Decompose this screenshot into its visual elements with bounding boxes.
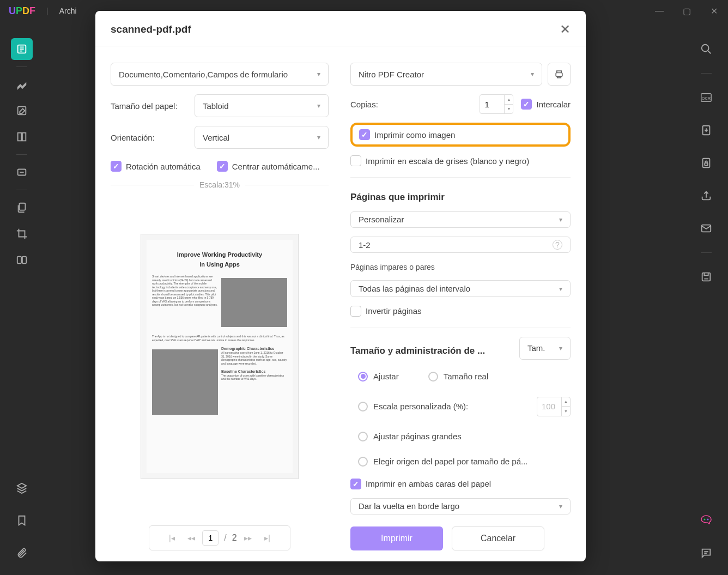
app-logo: UPDF — [9, 5, 35, 17]
invert-pages-checkbox[interactable]: Invertir páginas — [350, 306, 571, 317]
page-total: 2 — [232, 533, 237, 543]
fit-large-radio[interactable]: Ajustar páginas grandes — [350, 428, 571, 445]
minimize-button[interactable]: — — [654, 6, 665, 16]
scale-label: Escala:31% — [194, 180, 245, 189]
search-icon[interactable] — [695, 38, 717, 60]
copies-label: Copias: — [350, 100, 472, 109]
convert-icon[interactable] — [695, 119, 717, 141]
svg-point-17 — [707, 519, 709, 520]
next-page-button[interactable]: ▸▸ — [239, 529, 257, 547]
odd-even-select[interactable]: Todas las páginas del intervalo — [350, 280, 571, 296]
paper-size-label: Tamaño del papel: — [111, 101, 187, 111]
svg-rect-7 — [22, 257, 26, 264]
page-range-input[interactable]: 1-2? — [350, 237, 571, 253]
comment-icon[interactable] — [695, 542, 717, 564]
attachment-icon[interactable] — [11, 542, 33, 564]
help-icon[interactable]: ? — [553, 240, 562, 250]
svg-rect-5 — [19, 203, 25, 210]
svg-rect-13 — [705, 163, 708, 166]
pages-section-title: Páginas que imprimir — [350, 192, 571, 203]
svg-rect-6 — [17, 257, 21, 264]
svg-rect-2 — [18, 133, 21, 141]
choose-source-radio[interactable]: Elegir origen del papel por tamaño de pá… — [350, 453, 571, 470]
auto-rotate-checkbox[interactable]: Rotación automática — [111, 161, 201, 172]
printer-properties-button[interactable] — [548, 63, 571, 86]
menu-file[interactable]: Archi — [59, 7, 77, 15]
maximize-button[interactable]: ▢ — [681, 6, 692, 16]
printer-select[interactable]: Nitro PDF Creator — [350, 63, 542, 86]
orientation-label: Orientación: — [111, 133, 187, 142]
svg-rect-18 — [556, 73, 562, 77]
left-toolbar — [0, 27, 44, 575]
size-mode-select[interactable]: Tam. — [519, 337, 571, 360]
odd-even-label: Páginas impares o pares — [350, 263, 571, 271]
svg-text:OCR: OCR — [702, 96, 711, 101]
copies-up[interactable]: ▲ — [505, 95, 513, 105]
svg-point-8 — [702, 45, 709, 52]
first-page-button[interactable]: |◂ — [163, 529, 180, 547]
bookmark-icon[interactable] — [11, 510, 33, 531]
flip-select[interactable]: Dar la vuelta en borde largo — [350, 498, 571, 515]
reader-mode-icon[interactable] — [11, 38, 33, 60]
copies-down[interactable]: ▼ — [505, 105, 513, 114]
page-layout-icon[interactable] — [11, 126, 33, 148]
last-page-button[interactable]: ▸| — [259, 529, 276, 547]
email-icon[interactable] — [695, 217, 717, 239]
svg-rect-15 — [702, 273, 711, 281]
preview-pager: |◂ ◂◂ / 2 ▸▸ ▸| — [149, 525, 290, 550]
compare-icon[interactable] — [11, 249, 33, 271]
svg-rect-3 — [22, 133, 26, 141]
save-icon[interactable] — [695, 266, 717, 288]
dialog-title: scanned-pdf.pdf — [111, 23, 191, 35]
ai-assistant-icon[interactable] — [695, 510, 717, 531]
size-section-title: Tamaño y administración de ... — [350, 346, 513, 356]
svg-point-16 — [704, 519, 706, 520]
orientation-select[interactable]: Vertical — [195, 126, 329, 149]
close-window-button[interactable]: ✕ — [708, 6, 719, 16]
redact-icon[interactable] — [11, 161, 33, 183]
print-button[interactable]: Imprimir — [350, 526, 443, 550]
highlighter-icon[interactable] — [11, 74, 33, 95]
layers-icon[interactable] — [11, 477, 33, 499]
copy-pages-icon[interactable] — [11, 197, 33, 219]
right-toolbar: OCR — [684, 27, 728, 575]
page-input[interactable] — [202, 530, 219, 546]
prev-page-button[interactable]: ◂◂ — [183, 529, 200, 547]
page-preview: Improve Working Productivity in Using Ap… — [141, 234, 299, 479]
ocr-icon[interactable]: OCR — [695, 87, 717, 108]
paper-size-select[interactable]: Tabloid — [195, 94, 329, 117]
grayscale-checkbox[interactable]: Imprimir en escala de grises (blanco y n… — [350, 155, 571, 166]
fit-radio[interactable]: Ajustar — [350, 368, 399, 385]
share-icon[interactable] — [695, 185, 717, 207]
page-range-type-select[interactable]: Personalizar — [350, 211, 571, 228]
copies-input[interactable]: 1▲▼ — [480, 94, 513, 114]
custom-scale-input[interactable]: 100▲▼ — [537, 397, 571, 416]
print-as-image-checkbox[interactable]: Imprimir como imagen — [359, 129, 455, 140]
actual-size-radio[interactable]: Tamaño real — [421, 368, 489, 385]
content-type-select[interactable]: Documento,Comentario,Campos de formulari… — [111, 63, 329, 86]
edit-text-icon[interactable] — [11, 100, 33, 122]
print-dialog: scanned-pdf.pdf ✕ Documento,Comentario,C… — [95, 11, 586, 561]
crop-icon[interactable] — [11, 223, 33, 245]
collate-checkbox[interactable]: Intercalar — [521, 99, 571, 110]
custom-scale-radio[interactable]: Escala personalizada (%): 100▲▼ — [350, 394, 571, 420]
cancel-button[interactable]: Cancelar — [452, 526, 544, 550]
close-dialog-button[interactable]: ✕ — [560, 22, 571, 37]
protect-icon[interactable] — [695, 152, 717, 174]
auto-center-checkbox[interactable]: Centrar automáticame... — [217, 161, 320, 172]
duplex-checkbox[interactable]: Imprimir en ambas caras del papel — [350, 479, 571, 489]
